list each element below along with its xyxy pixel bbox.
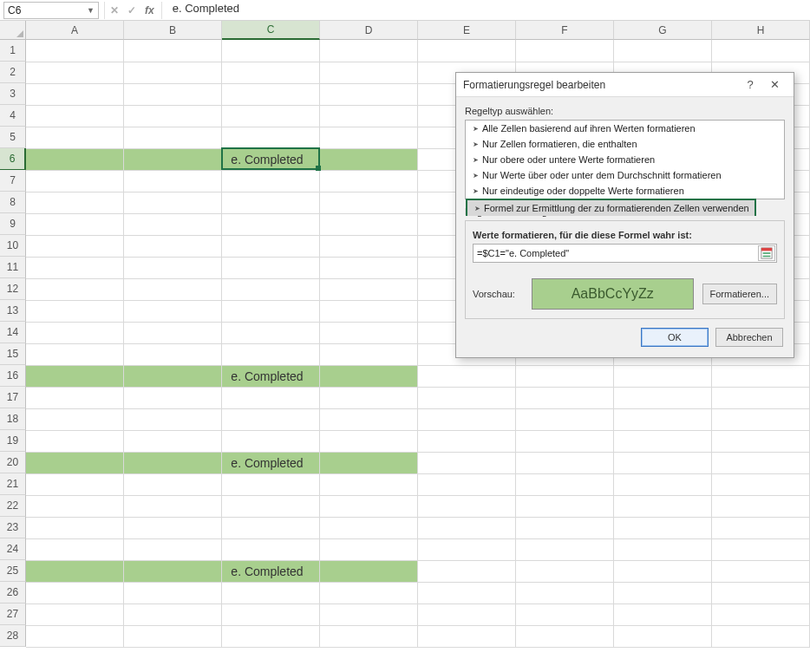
row-header-13[interactable]: 13	[0, 300, 26, 322]
cell-C22[interactable]	[222, 495, 320, 517]
row-header-9[interactable]: 9	[0, 213, 26, 235]
cell-A27[interactable]	[26, 603, 124, 625]
name-box[interactable]: C6 ▼	[3, 2, 99, 19]
cell-C21[interactable]	[222, 473, 320, 495]
cell-D1[interactable]	[320, 40, 418, 62]
cell-C12[interactable]	[222, 278, 320, 300]
cell-A8[interactable]	[26, 192, 124, 213]
cell-G17[interactable]	[614, 387, 712, 408]
row-header-1[interactable]: 1	[0, 40, 26, 62]
cell-G26[interactable]	[614, 582, 712, 603]
cell-B4[interactable]	[124, 105, 222, 127]
row-header-15[interactable]: 15	[0, 343, 26, 365]
cell-B28[interactable]	[124, 625, 222, 647]
cell-B6[interactable]	[124, 148, 222, 170]
cell-D12[interactable]	[320, 278, 418, 300]
cell-F25[interactable]	[516, 560, 614, 582]
cell-F24[interactable]	[516, 538, 614, 560]
rule-type-list[interactable]: Alle Zellen basierend auf ihren Werten f…	[465, 120, 785, 199]
row-header-6[interactable]: 6	[0, 148, 26, 170]
cell-B21[interactable]	[124, 473, 222, 495]
cancel-button[interactable]: Abbrechen	[715, 328, 783, 347]
cell-D9[interactable]	[320, 213, 418, 235]
row-header-28[interactable]: 28	[0, 625, 26, 647]
row-header-21[interactable]: 21	[0, 473, 26, 495]
cell-B8[interactable]	[124, 192, 222, 213]
cell-B3[interactable]	[124, 83, 222, 105]
cell-F28[interactable]	[516, 625, 614, 647]
cell-D21[interactable]	[320, 473, 418, 495]
cell-C9[interactable]	[222, 213, 320, 235]
cell-E20[interactable]	[418, 452, 516, 473]
cell-C5[interactable]	[222, 127, 320, 148]
cell-D24[interactable]	[320, 538, 418, 560]
cell-H18[interactable]	[712, 408, 810, 430]
cell-D14[interactable]	[320, 322, 418, 343]
cell-C1[interactable]	[222, 40, 320, 62]
cell-H17[interactable]	[712, 387, 810, 408]
cell-D26[interactable]	[320, 582, 418, 603]
cell-H21[interactable]	[712, 473, 810, 495]
cell-F23[interactable]	[516, 517, 614, 538]
cell-C17[interactable]	[222, 387, 320, 408]
row-header-7[interactable]: 7	[0, 170, 26, 192]
column-header-C[interactable]: C	[222, 21, 320, 40]
cell-C16[interactable]: e. Completed	[222, 365, 320, 387]
cell-C26[interactable]	[222, 582, 320, 603]
cell-C10[interactable]	[222, 235, 320, 257]
cell-A19[interactable]	[26, 430, 124, 452]
row-header-22[interactable]: 22	[0, 495, 26, 517]
cell-G1[interactable]	[614, 40, 712, 62]
row-header-20[interactable]: 20	[0, 452, 26, 473]
cell-C3[interactable]	[222, 83, 320, 105]
cell-H28[interactable]	[712, 625, 810, 647]
cell-F19[interactable]	[516, 430, 614, 452]
row-header-18[interactable]: 18	[0, 408, 26, 430]
rule-type-option[interactable]: Nur eindeutige oder doppelte Werte forma…	[466, 183, 784, 199]
cell-E18[interactable]	[418, 408, 516, 430]
cell-B11[interactable]	[124, 257, 222, 278]
column-header-G[interactable]: G	[614, 21, 712, 40]
column-header-D[interactable]: D	[320, 21, 418, 40]
cell-B27[interactable]	[124, 603, 222, 625]
cell-A1[interactable]	[26, 40, 124, 62]
row-header-27[interactable]: 27	[0, 603, 26, 625]
cell-A21[interactable]	[26, 473, 124, 495]
cell-D18[interactable]	[320, 408, 418, 430]
cell-D17[interactable]	[320, 387, 418, 408]
cell-C27[interactable]	[222, 603, 320, 625]
cell-E21[interactable]	[418, 473, 516, 495]
cell-D7[interactable]	[320, 170, 418, 192]
cell-C20[interactable]: e. Completed	[222, 452, 320, 473]
row-header-8[interactable]: 8	[0, 192, 26, 213]
cell-G24[interactable]	[614, 538, 712, 560]
cell-F18[interactable]	[516, 408, 614, 430]
cell-A18[interactable]	[26, 408, 124, 430]
cell-A20[interactable]	[26, 452, 124, 473]
cell-G20[interactable]	[614, 452, 712, 473]
cell-D5[interactable]	[320, 127, 418, 148]
cell-G22[interactable]	[614, 495, 712, 517]
cell-F17[interactable]	[516, 387, 614, 408]
cell-E27[interactable]	[418, 603, 516, 625]
cell-C24[interactable]	[222, 538, 320, 560]
rule-type-option[interactable]: Nur Werte über oder unter dem Durchschni…	[466, 167, 784, 183]
cell-D8[interactable]	[320, 192, 418, 213]
cell-D13[interactable]	[320, 300, 418, 322]
cell-B25[interactable]	[124, 560, 222, 582]
cell-G23[interactable]	[614, 517, 712, 538]
cell-F22[interactable]	[516, 495, 614, 517]
row-header-10[interactable]: 10	[0, 235, 26, 257]
cell-A16[interactable]	[26, 365, 124, 387]
column-header-H[interactable]: H	[712, 21, 810, 40]
cell-H22[interactable]	[712, 495, 810, 517]
cell-F27[interactable]	[516, 603, 614, 625]
cell-D23[interactable]	[320, 517, 418, 538]
format-button[interactable]: Formatieren...	[702, 284, 777, 304]
cell-G16[interactable]	[614, 365, 712, 387]
cell-G28[interactable]	[614, 625, 712, 647]
select-all-corner[interactable]	[0, 21, 26, 40]
row-header-2[interactable]: 2	[0, 62, 26, 83]
cell-D2[interactable]	[320, 62, 418, 83]
cell-C4[interactable]	[222, 105, 320, 127]
